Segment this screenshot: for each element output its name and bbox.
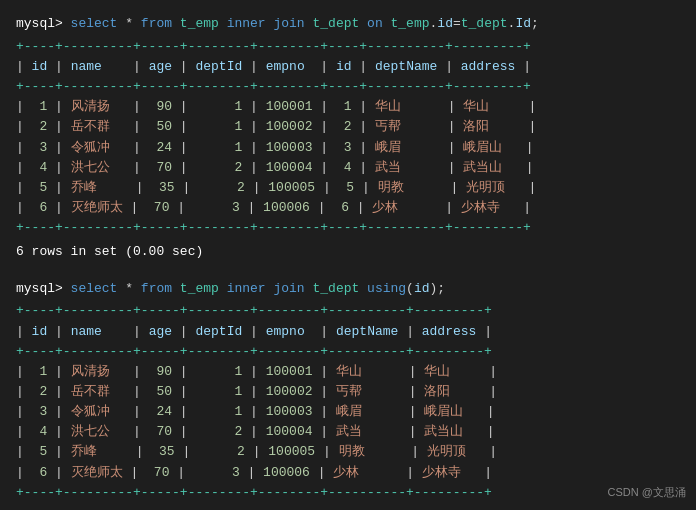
result2-info: 6 rows in set (0.00 sec) bbox=[16, 505, 680, 510]
watermark: CSDN @文思涌 bbox=[608, 485, 686, 500]
sep2-top: +----+---------+-----+--------+--------+… bbox=[16, 301, 680, 321]
table-row: | 4 | 洪七公 | 70 | 2 | 100004 | 4 | 武当 | 武… bbox=[16, 158, 680, 178]
sep1-top: +----+---------+-----+--------+--------+… bbox=[16, 37, 680, 57]
header2: | id | name | age | deptId | empno | dep… bbox=[16, 322, 680, 342]
table-row: | 4 | 洪七公 | 70 | 2 | 100004 | 武当 | 武当山 | bbox=[16, 422, 680, 442]
table-row: | 2 | 岳不群 | 50 | 1 | 100002 | 2 | 丐帮 | 洛… bbox=[16, 117, 680, 137]
table-row: | 3 | 令狐冲 | 24 | 1 | 100003 | 峨眉 | 峨眉山 | bbox=[16, 402, 680, 422]
sep1-bot: +----+---------+-----+--------+--------+… bbox=[16, 218, 680, 238]
result1-info: 6 rows in set (0.00 sec) bbox=[16, 240, 680, 263]
table-row: | 5 | 乔峰 | 35 | 2 | 100005 | 明教 | 光明顶 | bbox=[16, 442, 680, 462]
table-row: | 1 | 风清扬 | 90 | 1 | 100001 | 1 | 华山 | 华… bbox=[16, 97, 680, 117]
table-row: | 6 | 灭绝师太 | 70 | 3 | 100006 | 少林 | 少林寺 … bbox=[16, 463, 680, 483]
sep1-mid: +----+---------+-----+--------+--------+… bbox=[16, 77, 680, 97]
sep2-mid: +----+---------+-----+--------+--------+… bbox=[16, 342, 680, 362]
table-row: | 1 | 风清扬 | 90 | 1 | 100001 | 华山 | 华山 | bbox=[16, 362, 680, 382]
query1-prompt: mysql> select * from t_emp inner join t_… bbox=[16, 14, 680, 35]
table1: +----+---------+-----+--------+--------+… bbox=[16, 37, 680, 238]
terminal: mysql> select * from t_emp inner join t_… bbox=[8, 8, 688, 510]
table-row: | 6 | 灭绝师太 | 70 | 3 | 100006 | 6 | 少林 | … bbox=[16, 198, 680, 218]
table-row: | 2 | 岳不群 | 50 | 1 | 100002 | 丐帮 | 洛阳 | bbox=[16, 382, 680, 402]
table-row: | 3 | 令狐冲 | 24 | 1 | 100003 | 3 | 峨眉 | 峨… bbox=[16, 138, 680, 158]
header1: | id | name | age | deptId | empno | id … bbox=[16, 57, 680, 77]
table2: +----+---------+-----+--------+--------+… bbox=[16, 301, 680, 502]
sep2-bot: +----+---------+-----+--------+--------+… bbox=[16, 483, 680, 503]
table-row: | 5 | 乔峰 | 35 | 2 | 100005 | 5 | 明教 | 光明… bbox=[16, 178, 680, 198]
query2-prompt: mysql> select * from t_emp inner join t_… bbox=[16, 279, 680, 300]
